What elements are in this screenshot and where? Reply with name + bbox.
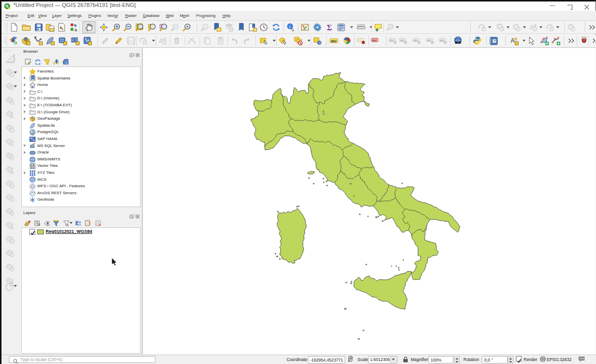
svg-text:?: ? xyxy=(494,39,496,43)
svg-text:Σ: Σ xyxy=(327,23,332,32)
svg-text:A: A xyxy=(511,37,515,44)
svg-text:1: 1 xyxy=(204,25,206,29)
svg-text:abc: abc xyxy=(400,39,405,42)
svg-text:abc: abc xyxy=(414,39,418,42)
svg-text:abc: abc xyxy=(440,39,445,42)
svg-text:?: ? xyxy=(319,41,321,45)
svg-text:ε: ε xyxy=(67,223,69,226)
svg-text:abc: abc xyxy=(427,39,432,42)
svg-text:abc: abc xyxy=(390,39,394,42)
svg-text:abc: abc xyxy=(331,39,337,43)
svg-text:a: a xyxy=(74,27,77,32)
svg-text:abc: abc xyxy=(372,39,377,42)
